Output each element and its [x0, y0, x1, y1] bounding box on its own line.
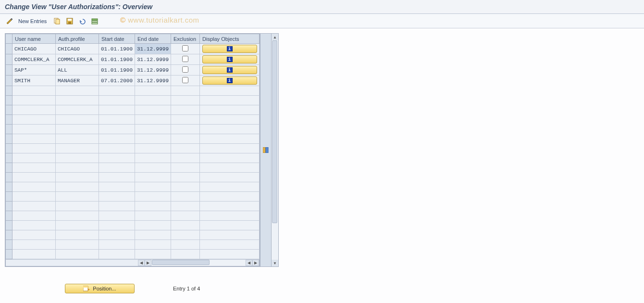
row-selector[interactable]: [6, 202, 12, 211]
cell-display-objects: i: [200, 44, 260, 54]
info-icon: i: [227, 57, 233, 62]
cell-user-name[interactable]: CHICAGO: [12, 44, 56, 54]
cell-start-date[interactable]: 01.01.1900: [99, 54, 135, 65]
display-objects-button[interactable]: i: [202, 45, 257, 53]
row-selector[interactable]: [6, 173, 12, 182]
cell-end-date[interactable]: 31.12.9999: [135, 76, 171, 86]
position-button[interactable]: Position...: [65, 284, 135, 293]
table-row-empty[interactable]: [6, 182, 260, 192]
col-user-name[interactable]: User name: [12, 34, 56, 44]
cell-start-date[interactable]: 01.01.1900: [99, 65, 135, 76]
table-row-empty[interactable]: [6, 202, 260, 211]
vertical-scrollbar[interactable]: ▲ ▼: [272, 33, 279, 267]
scroll-up-icon[interactable]: ▲: [272, 34, 278, 40]
cell-start-date[interactable]: 07.01.2000: [99, 76, 135, 86]
row-selector[interactable]: [6, 230, 12, 240]
cell-auth-profile[interactable]: ALL: [56, 65, 99, 76]
exclusion-checkbox[interactable]: [182, 56, 188, 62]
table-row[interactable]: CHICAGOCHICAGO01.01.190031.12.9999i: [6, 44, 260, 54]
row-selector[interactable]: [6, 211, 12, 221]
row-selector[interactable]: [6, 163, 12, 173]
cell-exclusion[interactable]: [171, 65, 200, 76]
table-row-empty[interactable]: [6, 144, 260, 153]
col-end-date[interactable]: End date: [135, 34, 171, 44]
row-selector[interactable]: [6, 192, 12, 202]
exclusion-checkbox[interactable]: [182, 66, 188, 73]
table-row-empty[interactable]: [6, 192, 260, 202]
col-display-obj[interactable]: Display Objects: [200, 34, 260, 44]
cell-exclusion[interactable]: [171, 76, 200, 86]
configure-columns-icon[interactable]: [260, 34, 272, 267]
save-icon[interactable]: [65, 16, 74, 26]
table-row[interactable]: SAP*ALL01.01.190031.12.9999i: [6, 65, 260, 76]
row-selector[interactable]: [6, 134, 12, 144]
row-selector[interactable]: [6, 105, 12, 115]
copy-icon[interactable]: [52, 16, 62, 26]
row-selector[interactable]: [6, 86, 12, 96]
display-objects-button[interactable]: i: [202, 66, 257, 74]
cell-display-objects: i: [200, 65, 260, 76]
toggle-display-change-icon[interactable]: [5, 16, 14, 26]
row-selector[interactable]: [6, 182, 12, 192]
row-selector[interactable]: [6, 250, 12, 259]
table-row-empty[interactable]: [6, 86, 260, 96]
cell-user-name[interactable]: SAP*: [12, 65, 56, 76]
row-selector[interactable]: [6, 44, 12, 54]
cell-end-date[interactable]: 31.12.9999: [135, 44, 171, 54]
cell-display-objects: i: [200, 76, 260, 86]
table-row-empty[interactable]: [6, 250, 260, 259]
cell-end-date[interactable]: 31.12.9999: [135, 54, 171, 65]
cell-exclusion[interactable]: [171, 44, 200, 54]
row-selector[interactable]: [6, 115, 12, 125]
undo-icon[interactable]: [77, 16, 87, 26]
scroll-right-end-icon[interactable]: ▶: [252, 260, 259, 266]
scroll-down-icon[interactable]: ▼: [272, 260, 278, 266]
table-row[interactable]: SMITHMANAGER07.01.200031.12.9999i: [6, 76, 260, 86]
table-row-empty[interactable]: [6, 221, 260, 230]
application-toolbar: New Entries © www.tutorialkart.com: [0, 14, 644, 28]
display-objects-button[interactable]: i: [202, 76, 257, 85]
scroll-right-icon[interactable]: ▶: [145, 260, 151, 266]
table-row-empty[interactable]: [6, 115, 260, 125]
cell-auth-profile[interactable]: MANAGER: [56, 76, 99, 86]
scroll-left-end-icon[interactable]: ◀: [246, 260, 252, 266]
row-selector[interactable]: [6, 65, 12, 76]
new-entries-button[interactable]: New Entries: [17, 18, 50, 24]
cell-auth-profile[interactable]: CHICAGO: [56, 44, 99, 54]
row-selector[interactable]: [6, 54, 12, 65]
row-selector[interactable]: [6, 240, 12, 250]
row-selector[interactable]: [6, 125, 12, 134]
cell-auth-profile[interactable]: COMMCLERK_A: [56, 54, 99, 65]
table-row-empty[interactable]: [6, 134, 260, 144]
table-row-empty[interactable]: [6, 240, 260, 250]
row-selector[interactable]: [6, 221, 12, 230]
row-selector[interactable]: [6, 153, 12, 163]
row-selector[interactable]: [6, 144, 12, 153]
cell-user-name[interactable]: SMITH: [12, 76, 56, 86]
exclusion-checkbox[interactable]: [182, 45, 188, 51]
table-row-empty[interactable]: [6, 163, 260, 173]
table-row-empty[interactable]: [6, 96, 260, 105]
cell-exclusion[interactable]: [171, 54, 200, 65]
select-block-icon[interactable]: [90, 16, 99, 26]
exclusion-checkbox[interactable]: [182, 77, 188, 83]
table-row-empty[interactable]: [6, 173, 260, 182]
table-row-empty[interactable]: [6, 230, 260, 240]
table-row-empty[interactable]: [6, 153, 260, 163]
horizontal-scrollbar[interactable]: ◀ ▶ ◀ ▶: [5, 259, 260, 266]
table-row[interactable]: COMMCLERK_ACOMMCLERK_A01.01.190031.12.99…: [6, 54, 260, 65]
row-selector[interactable]: [6, 76, 12, 86]
col-auth-profile[interactable]: Auth.profile: [56, 34, 99, 44]
scroll-left-icon[interactable]: ◀: [138, 260, 145, 266]
row-selector[interactable]: [6, 96, 12, 105]
cell-start-date[interactable]: 01.01.1900: [99, 44, 135, 54]
display-objects-button[interactable]: i: [202, 55, 257, 63]
cell-user-name[interactable]: COMMCLERK_A: [12, 54, 56, 65]
cell-end-date[interactable]: 31.12.9999: [135, 65, 171, 76]
table-row-empty[interactable]: [6, 211, 260, 221]
position-label: Position...: [93, 286, 116, 291]
col-exclusion[interactable]: Exclusion: [171, 34, 200, 44]
col-start-date[interactable]: Start date: [99, 34, 135, 44]
table-row-empty[interactable]: [6, 125, 260, 134]
table-row-empty[interactable]: [6, 105, 260, 115]
